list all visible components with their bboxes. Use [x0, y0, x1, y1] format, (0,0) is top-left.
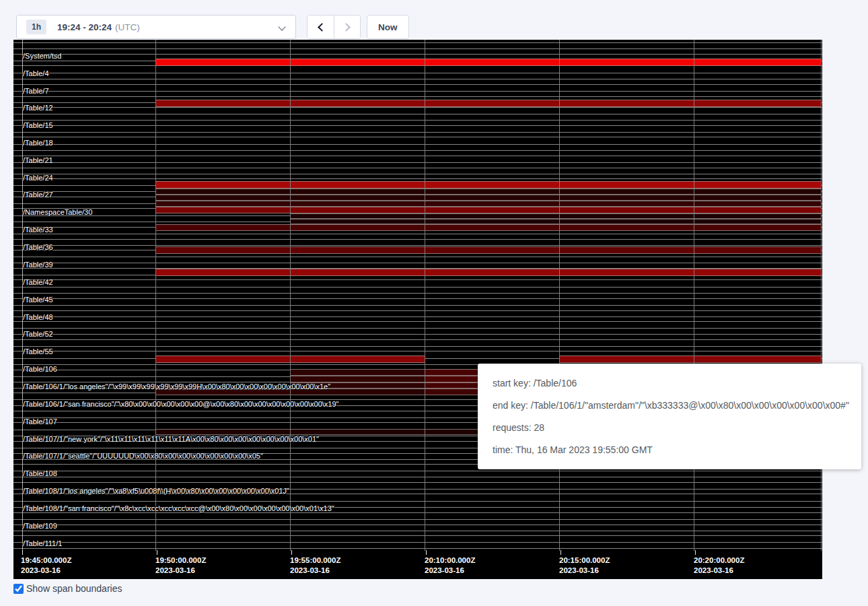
span-boundary-line — [13, 535, 822, 536]
span-boundary-line — [13, 321, 822, 322]
heat-bar — [290, 213, 822, 219]
span-boundary-line — [13, 310, 822, 311]
span-boundary-line — [13, 351, 822, 351]
axis-tick — [695, 550, 696, 555]
span-boundary-line — [13, 234, 822, 234]
span-key-label: /Table/33 — [22, 226, 53, 234]
span-key-label: /Table/36 — [22, 243, 53, 251]
span-key-label: /Table/4 — [22, 69, 49, 77]
span-boundary-line — [13, 531, 822, 531]
heat-bar — [155, 59, 822, 66]
span-boundary-line — [13, 73, 822, 73]
footer: Show span boundaries — [13, 583, 122, 594]
span-boundary-line — [13, 174, 822, 174]
span-boundary-line — [13, 305, 822, 306]
span-boundary-line — [13, 512, 822, 513]
span-boundary-line — [13, 178, 822, 179]
span-boundary-line — [13, 107, 822, 108]
toolbar: 1h 19:24 - 20:24 (UTC) Now — [0, 0, 868, 40]
span-boundary-line — [13, 156, 822, 156]
show-span-boundaries-checkbox[interactable] — [13, 584, 24, 594]
span-boundary-line — [13, 150, 822, 151]
span-boundary-line — [13, 239, 822, 240]
span-boundary-line — [13, 519, 822, 520]
span-boundary-line — [13, 257, 822, 257]
time-range-dropdown[interactable]: 1h 19:24 - 20:24 (UTC) — [16, 15, 296, 39]
time-bucket-line — [155, 40, 156, 551]
span-boundary-line — [13, 471, 822, 471]
axis-date-label: 2023-03-16 — [559, 566, 599, 576]
axis-date-label: 2023-03-16 — [694, 566, 733, 576]
span-boundary-line — [13, 42, 822, 43]
axis-date-label: 2023-03-16 — [155, 566, 195, 576]
span-key-label: /Table/12 — [22, 104, 53, 112]
span-key-label: /Table/108/1/"los angeles"/"\xa8\xf5\u00… — [22, 487, 289, 495]
next-window-button[interactable] — [334, 15, 360, 38]
time-bucket-line — [694, 40, 694, 551]
axis-date-label: 2023-03-16 — [21, 566, 61, 576]
span-key-label: /System/tsd — [22, 52, 61, 60]
tooltip-time: time: Thu, 16 Mar 2023 19:55:00 GMT — [493, 444, 846, 455]
span-boundary-line — [13, 339, 822, 340]
span-boundary-line — [13, 48, 822, 49]
heat-bar — [155, 189, 822, 195]
tooltip-start-key: start key: /Table/106 — [493, 378, 846, 389]
heat-bar — [559, 356, 821, 363]
span-key-label: /Table/107/1/"new york"/"\x11\x11\x11\x1… — [22, 435, 319, 443]
span-key-label: /Table/15 — [22, 121, 53, 129]
span-boundary-line — [13, 114, 822, 114]
span-key-label: /Table/39 — [22, 261, 53, 269]
span-boundary-line — [13, 293, 822, 294]
span-key-label: /Table/108 — [22, 469, 57, 477]
time-bucket-line — [290, 40, 291, 551]
heat-bar — [155, 195, 822, 201]
span-key-label: /Table/27 — [22, 191, 53, 199]
span-key-label: /Table/55 — [22, 347, 53, 356]
axis-time-label: 19:55:00.000Z — [290, 556, 340, 566]
heat-bar — [290, 219, 822, 224]
span-key-label: /Table/21 — [22, 156, 53, 164]
span-boundary-line — [13, 287, 822, 288]
time-range-label: 19:24 - 20:24 — [57, 22, 112, 32]
span-boundary-line — [13, 120, 822, 121]
axis-tick — [22, 550, 23, 555]
axis-date-label: 2023-03-16 — [290, 566, 330, 576]
span-boundary-line — [13, 162, 822, 163]
show-span-boundaries-label: Show span boundaries — [26, 583, 122, 594]
now-button[interactable]: Now — [367, 15, 409, 39]
span-boundary-line — [13, 548, 822, 549]
chevron-right-icon — [342, 23, 351, 32]
span-boundary-line — [13, 96, 822, 97]
heat-bar — [155, 269, 822, 276]
axis-time-label: 20:10:00.000Z — [425, 556, 475, 566]
span-key-label: /Table/106/1/"san francisco"/"\x80\x00\x… — [22, 400, 339, 408]
span-boundary-line — [13, 525, 822, 525]
span-key-label: /Table/107/1/"seattle"/"UUUUUUD\x00\x80\… — [22, 452, 263, 460]
heat-bar — [155, 224, 822, 231]
span-key-label: /Table/111/1 — [22, 539, 62, 547]
chevron-left-icon — [318, 23, 326, 32]
prev-window-button[interactable] — [308, 15, 334, 38]
key-visualizer-heatmap[interactable]: /System/tsd/Table/4/Table/7/Table/12/Tab… — [13, 40, 822, 579]
axis-tick — [560, 550, 561, 555]
span-boundary-line — [13, 298, 822, 299]
span-key-label: /Table/109 — [22, 522, 57, 530]
tooltip-end-key: end key: /Table/106/1/"amsterdam"/"\xb33… — [493, 400, 846, 411]
span-boundary-line — [13, 542, 822, 543]
tooltip-requests: requests: 28 — [493, 422, 846, 433]
span-boundary-line — [13, 91, 822, 92]
span-boundary-line — [13, 54, 822, 55]
time-nav-group — [307, 15, 361, 39]
chevron-down-icon — [278, 23, 285, 30]
heat-bar — [155, 246, 822, 254]
span-key-label: /Table/42 — [22, 278, 53, 286]
span-boundary-line — [13, 501, 822, 502]
time-window-badge: 1h — [26, 20, 46, 34]
span-boundary-line — [13, 137, 822, 137]
axis-tick — [157, 550, 157, 555]
heatmap-right-line — [821, 40, 822, 551]
heat-bar — [290, 369, 425, 376]
span-key-label: /Table/24 — [22, 174, 53, 182]
span-boundary-line — [13, 245, 822, 246]
span-key-label: /NamespaceTable/30 — [22, 208, 92, 216]
